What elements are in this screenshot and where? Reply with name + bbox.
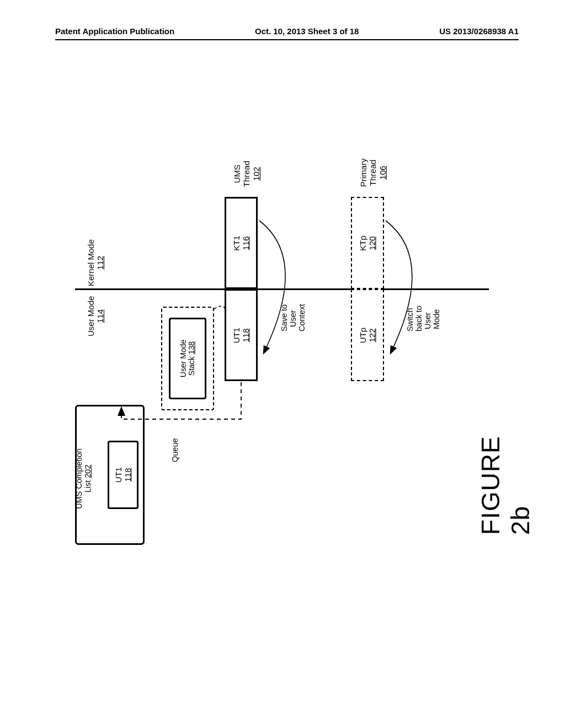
arrow-switch-back: [386, 221, 412, 353]
primary-ut-label: UTp 122: [359, 327, 377, 342]
user-stack-label: User Mode Stack 138: [179, 340, 196, 377]
ums-ut-label: UT1 118: [232, 327, 250, 342]
completion-list-label: UMS Completion List 202: [75, 448, 93, 509]
completion-list-item: UT1 118: [108, 441, 138, 509]
annotation-save-context: Save to User Context: [280, 304, 307, 331]
primary-kt-label: KTp 120: [359, 235, 377, 251]
kernel-mode-label: Kernel Mode 112: [86, 239, 105, 286]
primary-kt-box: KTp 120: [351, 197, 384, 289]
annotation-switch-back: Switch back to User Mode: [406, 306, 441, 331]
primary-ut-box: UTp 122: [351, 289, 384, 381]
primary-thread-title: Primary Thread 106: [359, 158, 387, 187]
user-mode-label: User Mode 114: [86, 296, 105, 336]
completion-list-item-label: UT1 118: [114, 467, 132, 483]
arrow-save-context: [259, 221, 285, 353]
ums-kt-box: KT1 116: [225, 197, 258, 289]
connector-stack-to-ut: [214, 306, 225, 309]
ums-kt-label: KT1 116: [232, 235, 250, 251]
mode-divider: [75, 288, 489, 290]
arrows-layer: [0, 0, 565, 728]
diagram: Kernel Mode 112 User Mode 114 UMS Thread…: [0, 0, 565, 728]
user-stack-box: User Mode Stack 138: [169, 318, 206, 399]
ums-ut-box: UT1 118: [225, 289, 258, 381]
ums-thread-title: UMS Thread 102: [232, 160, 261, 187]
figure-label: FIGURE 2b: [476, 436, 535, 535]
completion-list-box: UMS Completion List 202 UT1 118: [75, 405, 145, 545]
annotation-queue: Queue: [171, 438, 180, 462]
